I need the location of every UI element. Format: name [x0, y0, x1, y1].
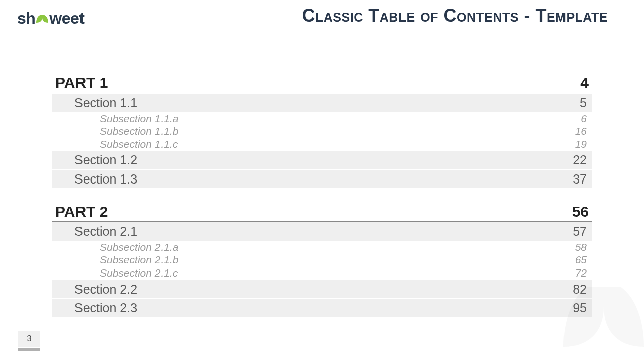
toc-subsection-page: 58	[575, 241, 587, 254]
toc-section-page: 37	[573, 171, 587, 188]
toc-section-row: Section 2.157	[52, 222, 592, 241]
toc-section-label: Section 1.3	[74, 171, 137, 188]
toc-section-row: Section 1.15	[52, 94, 592, 112]
toc-subsection-label: Subsection 1.1.c	[100, 138, 178, 151]
toc-section-page: 95	[573, 300, 587, 316]
toc-section-label: Section 2.3	[74, 300, 137, 316]
toc-section-page: 82	[573, 281, 587, 298]
page-number-value: 3	[27, 334, 32, 343]
toc-subsection-row: Subsection 1.1.b16	[52, 125, 592, 138]
logo-text-pre: sh	[17, 9, 35, 27]
toc-subsection-label: Subsection 1.1.a	[100, 112, 178, 125]
toc-subsection-page: 16	[575, 125, 587, 138]
toc-part-page: 56	[572, 203, 589, 220]
toc-part-row: PART 256	[52, 203, 592, 222]
toc-subsection-label: Subsection 2.1.c	[100, 266, 178, 280]
toc-subsection-page: 19	[575, 138, 587, 151]
toc-subsection-page: 6	[581, 112, 587, 125]
page-title: Classic Table of Contents - Template	[302, 5, 608, 26]
toc-subsection-row: Subsection 2.1.c72	[52, 266, 592, 280]
page-number: 3	[18, 331, 40, 347]
toc-section-page: 57	[573, 223, 587, 240]
toc-subsection-label: Subsection 2.1.a	[100, 241, 178, 254]
toc-subsection-label: Subsection 2.1.b	[100, 253, 178, 266]
toc-subsection-row: Subsection 1.1.a6	[52, 112, 592, 125]
toc-subsection-row: Subsection 2.1.b65	[52, 253, 592, 266]
toc-section-label: Section 1.1	[74, 95, 137, 111]
leaf-icon	[35, 10, 49, 29]
toc-section-row: Section 2.395	[52, 299, 592, 317]
toc-section-label: Section 2.1	[74, 223, 137, 240]
toc-section-label: Section 2.2	[74, 281, 137, 298]
toc-section-row: Section 1.222	[52, 151, 592, 169]
toc-part-label: PART 2	[55, 203, 108, 220]
toc-section-row: Section 1.337	[52, 170, 592, 189]
logo-text-post: weet	[49, 9, 84, 27]
table-of-contents: PART 14Section 1.15Subsection 1.1.a6Subs…	[52, 74, 592, 317]
toc-subsection-page: 72	[575, 266, 587, 280]
toc-part-label: PART 1	[55, 74, 108, 92]
page-number-bar	[18, 348, 40, 351]
toc-section-row: Section 2.282	[52, 280, 592, 299]
toc-subsection-row: Subsection 2.1.a58	[52, 241, 592, 254]
toc-subsection-label: Subsection 1.1.b	[100, 125, 178, 138]
logo: shweet	[17, 9, 84, 28]
toc-section-page: 5	[580, 95, 587, 111]
toc-part-row: PART 14	[52, 74, 592, 93]
toc-part-page: 4	[580, 74, 589, 92]
toc-section-label: Section 1.2	[74, 152, 137, 168]
toc-subsection-page: 65	[575, 253, 587, 266]
toc-section-page: 22	[573, 152, 587, 168]
toc-subsection-row: Subsection 1.1.c19	[52, 138, 592, 151]
